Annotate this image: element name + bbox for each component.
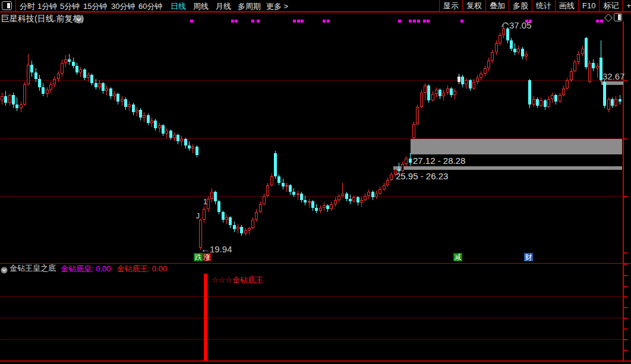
candle [75, 66, 78, 72]
menu-item-15分钟[interactable]: 15分钟 [83, 1, 107, 12]
candle [233, 225, 236, 229]
event-badge-涨: 涨 [203, 253, 212, 261]
chevron-down-icon[interactable] [1, 265, 8, 273]
main-candlestick-chart[interactable]: 巨星科技(日线.前复权) 27.12 - 28.2825.95 - 26.233… [0, 12, 631, 264]
signal-dot [301, 20, 304, 23]
axis-tick [623, 286, 627, 287]
menu-item-5分钟[interactable]: 5分钟 [60, 1, 80, 12]
sidebar-toggle-icon[interactable] [2, 1, 12, 10]
candle [270, 176, 273, 185]
indicator-panel[interactable]: 金钻王皇之底 金钻底皇: 0.00金钻底王: 0.00 ☆☆☆金钻底王 [0, 264, 631, 364]
candle [289, 185, 292, 192]
candle [162, 125, 165, 134]
menu-item-月线[interactable]: 月线 [216, 1, 231, 12]
candle [603, 82, 606, 106]
candle [435, 90, 438, 94]
menu-item-多周期[interactable]: 多周期 [238, 1, 261, 12]
signal-dot [413, 20, 416, 23]
candle [596, 66, 599, 68]
axis-tick [623, 252, 627, 254]
candle [236, 227, 239, 229]
candle [38, 79, 41, 87]
signal-dot [427, 20, 430, 23]
menu-item-日线[interactable]: 日线 [171, 1, 186, 12]
candle [304, 200, 307, 202]
candle [349, 199, 352, 201]
candle [424, 86, 427, 93]
candle [308, 201, 311, 202]
candle [502, 29, 505, 35]
indicator-field: 金钻底皇: 0.00 [61, 264, 111, 273]
candle [544, 100, 547, 107]
price-annotation: 32.67 [602, 71, 625, 81]
candle [330, 204, 333, 209]
candle [607, 99, 610, 110]
candle [311, 201, 314, 208]
chevron-down-icon[interactable] [74, 15, 83, 24]
candle [611, 99, 614, 106]
candle [356, 197, 359, 202]
top-menu-bar: 分时1分钟5分钟15分钟30分钟60分钟日线周线月线多周期更多 > 显示复权叠加… [0, 0, 631, 12]
candle [94, 83, 97, 87]
candle [34, 72, 37, 79]
axis-tick [623, 196, 627, 197]
chart-title: 巨星科技(日线.前复权) [1, 14, 84, 24]
candle [191, 147, 194, 148]
signal-dot [596, 20, 599, 23]
candle [479, 74, 482, 78]
menu-item-+自选[interactable]: +自选 [622, 0, 631, 11]
candle [68, 59, 71, 62]
candle [427, 86, 430, 100]
menu-item-统计[interactable]: 统计 [532, 0, 555, 11]
zone-range-label: 25.95 - 26.23 [396, 171, 448, 181]
candle [566, 80, 569, 88]
signal-dot [409, 20, 412, 23]
indicator-title: 金钻王皇之底 [10, 263, 56, 274]
menu-item-分时[interactable]: 分时 [20, 1, 35, 12]
candle [592, 63, 595, 68]
price-annotation: 37.05 [509, 20, 532, 30]
menu-item-更多 >[interactable]: 更多 > [266, 1, 288, 12]
candle [551, 95, 554, 99]
candle [49, 84, 52, 90]
axis-tick [623, 275, 627, 276]
diamond-icon[interactable] [604, 14, 613, 22]
candle [98, 83, 101, 87]
candle [176, 135, 179, 141]
menu-item-F10[interactable]: F10 [578, 0, 599, 11]
candle [495, 43, 498, 52]
menu-item-1分钟[interactable]: 1分钟 [37, 1, 57, 12]
menu-item-画线[interactable]: 画线 [555, 0, 578, 11]
menu-item-显示[interactable]: 显示 [439, 0, 462, 11]
menu-item-30分钟[interactable]: 30分钟 [111, 1, 135, 12]
menu-item-60分钟[interactable]: 60分钟 [138, 1, 162, 12]
candle [506, 29, 509, 40]
panel-bottom-border [0, 360, 631, 362]
menu-item-多股[interactable]: 多股 [509, 0, 532, 11]
candle [121, 99, 124, 102]
candle [244, 230, 247, 233]
signal-dot [257, 20, 260, 23]
candle [292, 192, 295, 195]
candle [323, 205, 326, 208]
candle [394, 169, 397, 175]
menu-item-叠加[interactable]: 叠加 [485, 0, 509, 11]
menu-item-复权[interactable]: 复权 [462, 0, 485, 11]
candle [128, 105, 131, 107]
candle [588, 63, 591, 82]
candle [30, 65, 33, 72]
menu-item-标记[interactable]: 标记 [599, 0, 622, 11]
candle [487, 61, 490, 68]
menu-item-周线[interactable]: 周线 [193, 1, 209, 12]
candle [266, 185, 269, 196]
candle [255, 212, 258, 220]
candle [472, 82, 475, 88]
candle-wick [193, 144, 193, 153]
candle [225, 217, 228, 220]
candle [184, 139, 187, 145]
price-annotation: 1 [203, 198, 207, 206]
candle [405, 159, 408, 164]
candle [525, 54, 528, 56]
split-screen-icon[interactable] [614, 13, 622, 21]
price-annotation: J [196, 212, 200, 220]
